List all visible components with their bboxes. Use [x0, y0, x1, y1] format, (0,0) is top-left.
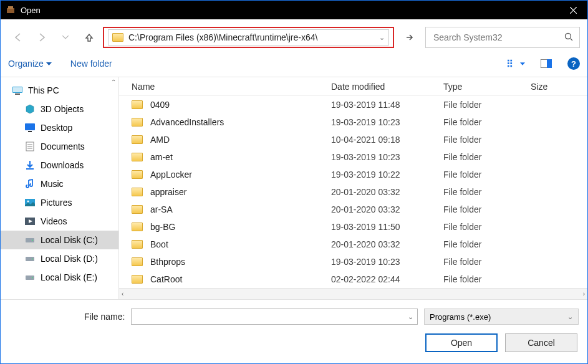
search-box[interactable]: [425, 27, 580, 48]
svg-rect-5: [510, 60, 512, 62]
recent-dropdown[interactable]: [55, 30, 75, 45]
toolbar: Organize New folder ?: [1, 54, 587, 77]
address-path: C:\Program Files (x86)\Minecraft\runtime…: [128, 32, 375, 42]
file-row[interactable]: AMD10-04-2021 09:18File folder: [119, 131, 587, 148]
forward-button[interactable]: [32, 30, 52, 45]
open-dialog: Open C:\Program Files (x86)\Minecraft\ru…: [0, 0, 588, 364]
address-dropdown-icon[interactable]: ⌄: [379, 34, 385, 42]
filename-label: File name:: [84, 312, 125, 322]
column-date[interactable]: Date modified: [331, 82, 443, 92]
address-bar[interactable]: C:\Program Files (x86)\Minecraft\runtime…: [108, 29, 389, 46]
file-row[interactable]: am-et19-03-2019 10:23File folder: [119, 148, 587, 166]
titlebar: Open: [1, 1, 587, 19]
file-row[interactable]: 040919-03-2019 11:48File folder: [119, 96, 587, 113]
scroll-left-icon[interactable]: ‹: [122, 290, 123, 297]
tree-item-local-disk-c-[interactable]: Local Disk (C:): [1, 231, 118, 249]
tree-item-videos[interactable]: Videos: [1, 212, 118, 231]
file-row[interactable]: ar-SA20-01-2020 03:32File folder: [119, 201, 587, 218]
svg-rect-1: [8, 6, 13, 9]
svg-rect-0: [7, 8, 14, 13]
tree-scroll-up-icon[interactable]: ⌃: [111, 79, 116, 85]
pictures-icon: [24, 197, 36, 208]
svg-rect-6: [508, 62, 509, 64]
tree-item-3d-objects[interactable]: 3D Objects: [1, 100, 118, 118]
filetype-dropdown-icon: ⌄: [567, 313, 573, 321]
disk-icon: [24, 272, 36, 283]
up-button[interactable]: [79, 30, 99, 45]
folder-icon: [112, 33, 123, 42]
svg-rect-4: [508, 60, 509, 62]
svg-line-3: [571, 39, 572, 41]
svg-point-28: [32, 259, 33, 260]
disk-icon: [24, 234, 36, 246]
svg-rect-11: [547, 59, 552, 68]
svg-point-26: [32, 240, 33, 241]
file-row[interactable]: bg-BG19-03-2019 11:50File folder: [119, 218, 587, 236]
file-row[interactable]: AppLocker19-03-2019 10:22File folder: [119, 166, 587, 183]
svg-rect-14: [15, 93, 20, 95]
svg-point-30: [32, 277, 33, 279]
cancel-button[interactable]: Cancel: [505, 333, 577, 352]
file-list: Name Date modified Type Size 040919-03-2…: [119, 77, 587, 299]
go-button[interactable]: [398, 27, 422, 48]
tree-item-music[interactable]: Music: [1, 175, 118, 193]
svg-rect-15: [25, 123, 35, 130]
pc-icon: [12, 85, 23, 96]
music-icon: [24, 178, 36, 189]
tree-item-downloads[interactable]: Downloads: [1, 156, 118, 175]
view-options-button[interactable]: [508, 57, 525, 70]
search-icon: [564, 32, 573, 43]
3d-icon: [24, 103, 36, 115]
search-input[interactable]: [432, 32, 564, 43]
organize-button[interactable]: Organize: [8, 59, 52, 69]
tree-item-desktop[interactable]: Desktop: [1, 118, 118, 137]
folder-icon: [132, 205, 143, 214]
scroll-right-icon[interactable]: ›: [583, 290, 585, 297]
tree-item-documents[interactable]: Documents: [1, 137, 118, 156]
preview-pane-button[interactable]: [537, 57, 555, 70]
file-row[interactable]: Bthprops19-03-2019 10:23File folder: [119, 253, 587, 271]
file-rows: 040919-03-2019 11:48File folderAdvancedI…: [119, 96, 587, 288]
tree-item-local-disk-e-[interactable]: Local Disk (E:): [1, 268, 118, 287]
documents-icon: [24, 141, 36, 152]
tree-item-this-pc[interactable]: This PC: [1, 81, 118, 100]
file-row[interactable]: CatRoot02-02-2022 02:44File folder: [119, 271, 587, 288]
tree-item-local-disk-d-[interactable]: Local Disk (D:): [1, 249, 118, 268]
open-button[interactable]: Open: [425, 333, 498, 352]
svg-point-2: [566, 33, 571, 39]
folder-icon: [132, 153, 143, 161]
body: ⌃ This PC3D ObjectsDesktopDocumentsDownl…: [1, 77, 587, 300]
back-button[interactable]: [8, 30, 28, 45]
nav-tree: This PC3D ObjectsDesktopDocumentsDownloa…: [1, 77, 119, 299]
help-button[interactable]: ?: [567, 57, 580, 70]
svg-rect-9: [510, 65, 512, 67]
column-headers: Name Date modified Type Size: [119, 77, 587, 96]
file-row[interactable]: AdvancedInstallers19-03-2019 10:23File f…: [119, 113, 587, 131]
desktop-icon: [24, 122, 36, 133]
svg-rect-7: [510, 62, 512, 64]
filetype-dropdown[interactable]: Programs (*.exe) ⌄: [424, 309, 579, 325]
column-size[interactable]: Size: [531, 82, 587, 92]
close-button[interactable]: [559, 1, 587, 19]
app-icon: [6, 5, 16, 15]
disk-icon: [24, 253, 36, 264]
file-row[interactable]: appraiser20-01-2020 03:32File folder: [119, 183, 587, 201]
column-type[interactable]: Type: [443, 82, 531, 92]
svg-point-23: [27, 201, 29, 203]
folder-icon: [132, 257, 143, 266]
new-folder-button[interactable]: New folder: [70, 59, 112, 69]
folder-icon: [132, 135, 143, 144]
tree-item-pictures[interactable]: Pictures: [1, 193, 118, 212]
address-bar-highlight: C:\Program Files (x86)\Minecraft\runtime…: [103, 27, 394, 48]
navbar: C:\Program Files (x86)\Minecraft\runtime…: [1, 19, 587, 54]
downloads-icon: [24, 160, 36, 171]
folder-icon: [132, 118, 143, 127]
folder-icon: [132, 100, 143, 109]
horizontal-scrollbar[interactable]: ‹ ›: [119, 288, 587, 299]
filename-input[interactable]: ⌄: [131, 309, 418, 325]
videos-icon: [24, 216, 36, 227]
filename-dropdown-icon[interactable]: ⌄: [408, 313, 413, 321]
column-name[interactable]: Name: [132, 82, 331, 92]
window-title: Open: [21, 6, 559, 15]
file-row[interactable]: Boot20-01-2020 03:32File folder: [119, 236, 587, 253]
